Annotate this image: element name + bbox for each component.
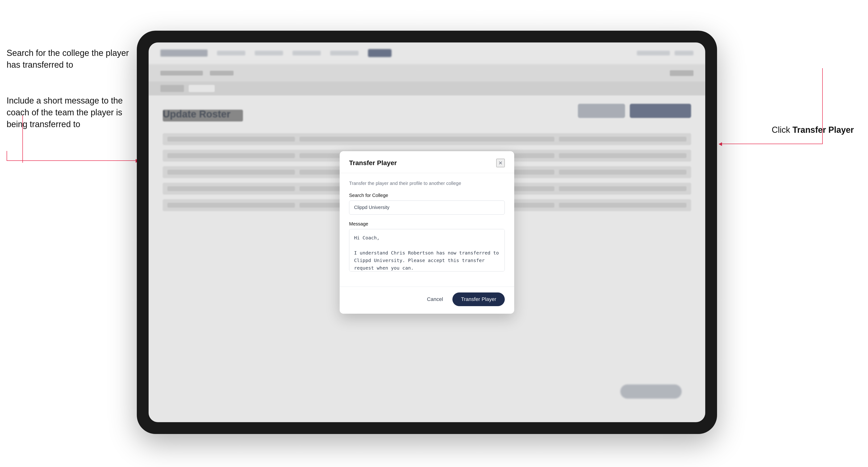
modal-header: Transfer Player × — [340, 151, 514, 173]
modal-title: Transfer Player — [349, 159, 397, 167]
transfer-player-button[interactable]: Transfer Player — [453, 292, 505, 306]
annotation-right: Click Transfer Player — [772, 125, 854, 135]
modal-overlay: Transfer Player × Transfer the player an… — [149, 42, 705, 422]
transfer-player-modal: Transfer Player × Transfer the player an… — [340, 151, 514, 314]
tablet-frame: Update Roster Transfer Player × Transfer… — [137, 31, 717, 434]
cancel-button[interactable]: Cancel — [422, 293, 448, 305]
modal-subtitle: Transfer the player and their profile to… — [349, 181, 505, 186]
search-college-input[interactable] — [349, 200, 505, 215]
search-college-group: Search for College — [349, 193, 505, 215]
message-group: Message Hi Coach, I understand Chris Rob… — [349, 221, 505, 272]
modal-body: Transfer the player and their profile to… — [340, 173, 514, 286]
search-college-label: Search for College — [349, 193, 505, 198]
annotation-arrow-left — [7, 160, 139, 161]
message-textarea[interactable]: Hi Coach, I understand Chris Robertson h… — [349, 229, 505, 272]
message-label: Message — [349, 221, 505, 227]
annotation-line-vertical — [22, 116, 23, 163]
annotation-left-top: Search for the college the player has tr… — [7, 47, 129, 130]
annotation-arrow-right — [719, 144, 823, 144]
modal-footer: Cancel Transfer Player — [340, 286, 514, 314]
modal-close-button[interactable]: × — [496, 159, 505, 167]
tablet-screen: Update Roster Transfer Player × Transfer… — [149, 42, 705, 422]
